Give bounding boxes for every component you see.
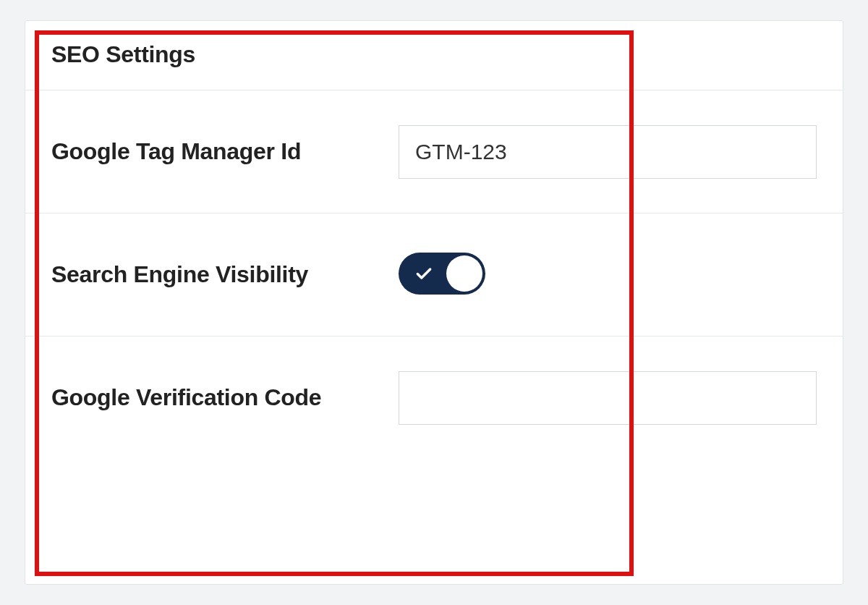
row-gtm-id: Google Tag Manager Id: [25, 90, 843, 213]
label-gtm-id: Google Tag Manager Id: [51, 136, 399, 167]
seo-settings-panel: SEO Settings Google Tag Manager Id Searc…: [25, 20, 843, 585]
toggle-knob: [446, 255, 482, 292]
label-verification: Google Verification Code: [51, 382, 399, 413]
panel-title: SEO Settings: [25, 21, 843, 90]
verification-code-input[interactable]: [399, 371, 817, 425]
label-visibility: Search Engine Visibility: [51, 259, 399, 290]
check-icon: [414, 264, 433, 283]
row-visibility: Search Engine Visibility: [25, 213, 843, 337]
gtm-id-input[interactable]: [399, 125, 817, 179]
visibility-toggle[interactable]: [399, 253, 485, 295]
row-verification: Google Verification Code: [25, 337, 843, 460]
